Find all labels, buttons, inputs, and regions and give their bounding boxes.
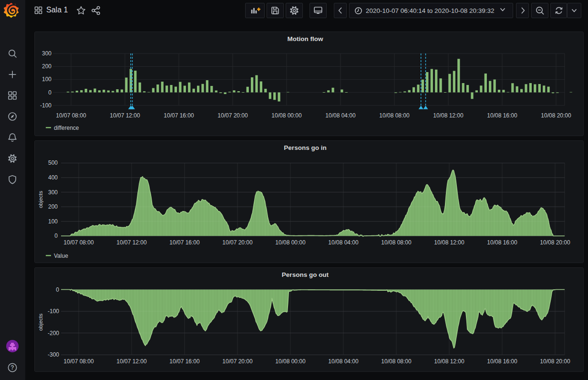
svg-text:-300: -300 (48, 351, 59, 358)
svg-text:10/08 12:00: 10/08 12:00 (434, 358, 464, 365)
svg-text:10/07 16:00: 10/07 16:00 (169, 239, 200, 246)
svg-text:10/07 12:00: 10/07 12:00 (110, 112, 140, 119)
svg-text:100: 100 (42, 76, 52, 83)
svg-text:10/07 08:00: 10/07 08:00 (63, 358, 94, 365)
svg-text:10/07 08:00: 10/07 08:00 (63, 239, 94, 246)
svg-text:Motion flow: Motion flow (288, 35, 323, 42)
svg-text:200: 200 (48, 203, 58, 210)
svg-text:10/07 20:00: 10/07 20:00 (222, 358, 253, 365)
svg-text:10/07 20:00: 10/07 20:00 (222, 239, 253, 246)
svg-text:10/08 20:00: 10/08 20:00 (541, 112, 571, 119)
svg-text:10/08 16:00: 10/08 16:00 (487, 239, 517, 246)
svg-text:10/08 08:00: 10/08 08:00 (379, 112, 410, 119)
svg-text:10/07 12:00: 10/07 12:00 (116, 358, 147, 365)
svg-text:400: 400 (48, 174, 58, 181)
svg-text:Persons go in: Persons go in (284, 144, 326, 151)
svg-text:10/07 16:00: 10/07 16:00 (164, 112, 194, 119)
svg-text:10/07 12:00: 10/07 12:00 (116, 239, 147, 246)
svg-text:10/08 04:00: 10/08 04:00 (325, 112, 356, 119)
svg-text:500: 500 (48, 159, 58, 166)
svg-text:objects: objects (38, 190, 43, 208)
svg-text:objects: objects (38, 313, 43, 331)
svg-text:10/08 00:00: 10/08 00:00 (275, 239, 306, 246)
svg-text:0: 0 (48, 89, 52, 96)
svg-text:difference: difference (54, 125, 79, 131)
svg-text:100: 100 (48, 218, 58, 225)
svg-text:-200: -200 (48, 330, 59, 337)
svg-text:10/07 08:00: 10/07 08:00 (56, 112, 86, 119)
svg-text:10/08 16:00: 10/08 16:00 (487, 358, 517, 365)
svg-text:Value: Value (54, 253, 68, 259)
svg-text:-100: -100 (40, 102, 52, 109)
svg-text:10/08 12:00: 10/08 12:00 (433, 112, 464, 119)
svg-text:300: 300 (42, 50, 52, 57)
svg-text:10/08 16:00: 10/08 16:00 (487, 112, 517, 119)
svg-text:10/08 20:00: 10/08 20:00 (540, 358, 570, 365)
svg-text:10/08 00:00: 10/08 00:00 (271, 112, 302, 119)
svg-text:10/08 12:00: 10/08 12:00 (434, 239, 464, 246)
svg-text:10/08 04:00: 10/08 04:00 (328, 239, 359, 246)
svg-text:Persons go out: Persons go out (282, 271, 329, 278)
svg-text:?: ? (10, 364, 14, 371)
svg-text:10/08 00:00: 10/08 00:00 (275, 358, 306, 365)
svg-text:10/08 08:00: 10/08 08:00 (381, 239, 412, 246)
svg-text:200: 200 (42, 63, 52, 70)
svg-text:10/08 04:00: 10/08 04:00 (328, 358, 359, 365)
svg-text:0: 0 (54, 232, 58, 239)
svg-text:-100: -100 (48, 308, 59, 315)
svg-text:300: 300 (48, 189, 58, 196)
svg-text:10/07 16:00: 10/07 16:00 (169, 358, 200, 365)
svg-text:0: 0 (56, 286, 59, 293)
svg-text:10/08 20:00: 10/08 20:00 (540, 239, 570, 246)
svg-text:10/08 08:00: 10/08 08:00 (381, 358, 412, 365)
svg-text:10/07 20:00: 10/07 20:00 (217, 112, 248, 119)
